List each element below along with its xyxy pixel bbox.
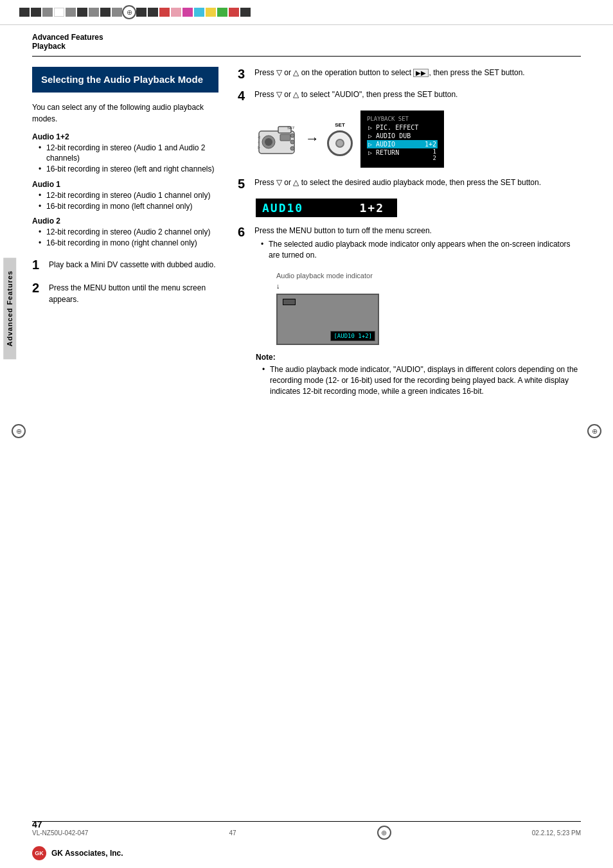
section-title: Selecting the Audio Playback Mode bbox=[41, 74, 203, 85]
diagram-area: ◁ ○ ▷ SET → SET PLAYBACK SET ▷ bbox=[256, 111, 581, 168]
gk-name: GK Associates, Inc. bbox=[51, 849, 123, 858]
page-ref: 47 bbox=[229, 829, 236, 837]
menu-screen: PLAYBACK SET ▷ PIC. EFFECT ▷ AUDIO DUB ▷… bbox=[360, 111, 444, 168]
rec-icon: ▶▶ bbox=[413, 69, 429, 77]
menu-row-label: ▷ PIC. EFFECT bbox=[368, 124, 418, 131]
step-3-content: Press ▽ or △ on the operation button to … bbox=[254, 67, 581, 78]
note-section: Note: The audio playback mode indicator,… bbox=[256, 353, 581, 396]
audio-mode-title-1: Audio 1 bbox=[32, 180, 218, 189]
cb2 bbox=[31, 8, 41, 17]
bullet-item: 16-bit recording in mono (right channel … bbox=[39, 238, 218, 249]
set-button bbox=[327, 130, 353, 156]
step-3: 3 Press ▽ or △ on the operation button t… bbox=[238, 67, 581, 81]
step-2-num: 2 bbox=[32, 281, 44, 295]
file-ref: VL-NZ50U-042-047 bbox=[32, 829, 88, 837]
bottom-section: VL-NZ50U-042-047 47 ⊕ 02.2.12, 5:23 PM G… bbox=[0, 821, 613, 868]
svg-point-2 bbox=[265, 138, 272, 146]
bottom-reg-mark: ⊕ bbox=[377, 826, 391, 840]
menu-row-label: ▷ AUDIO bbox=[368, 141, 395, 148]
breadcrumb: Advanced Features Playback bbox=[0, 25, 613, 53]
svg-point-7 bbox=[290, 146, 294, 150]
set-button-area: SET bbox=[327, 122, 353, 156]
svg-rect-4 bbox=[280, 134, 290, 141]
cbr7 bbox=[206, 8, 216, 17]
audio-mode-1plus2: Audio 1+2 12-bit recording in stereo (Au… bbox=[32, 132, 218, 175]
cbr1 bbox=[136, 8, 147, 17]
step-5-num: 5 bbox=[238, 177, 249, 191]
bullet-item: 16-bit recording in stereo (left and rig… bbox=[39, 164, 218, 175]
top-bar: ⊕ bbox=[0, 0, 613, 25]
svg-point-5 bbox=[290, 134, 294, 137]
audio-mode-title-2: Audio 2 bbox=[32, 217, 218, 226]
cb8 bbox=[100, 8, 111, 17]
side-label-wrapper: Advanced Features bbox=[0, 257, 19, 360]
cb7 bbox=[89, 8, 99, 17]
step-6-num: 6 bbox=[238, 225, 249, 239]
audio-mode-2: Audio 2 12-bit recording in stereo (Audi… bbox=[32, 217, 218, 249]
step-1-num: 1 bbox=[32, 258, 44, 272]
audio-display-label: AUD10 bbox=[262, 201, 303, 215]
menu-row-label: ▷ RETURN bbox=[368, 149, 399, 162]
audio-mode-bullets-2: 12-bit recording in stereo (Audio 2 chan… bbox=[32, 227, 218, 249]
right-column: 3 Press ▽ or △ on the operation button t… bbox=[238, 67, 581, 401]
return-vals: 12 bbox=[433, 149, 436, 162]
step-4-num: 4 bbox=[238, 89, 249, 103]
bottom-info: VL-NZ50U-042-047 47 ⊕ 02.2.12, 5:23 PM bbox=[0, 822, 613, 844]
menu-row-dub: ▷ AUDIO DUB bbox=[367, 132, 438, 140]
cbr5 bbox=[182, 8, 193, 17]
cbr2 bbox=[148, 8, 158, 17]
audio-display-bar: AUD10 1+2 bbox=[256, 199, 397, 217]
audio-mode-indicator-label: Audio playback mode indicator bbox=[276, 272, 581, 279]
set-label: SET bbox=[335, 122, 345, 128]
cb1 bbox=[19, 8, 30, 17]
bullet-item: 12-bit recording in stereo (Audio 1 and … bbox=[39, 143, 218, 164]
cb6 bbox=[77, 8, 87, 17]
step-6-bullet: The selected audio playback mode indicat… bbox=[261, 239, 581, 261]
step-1-text: Play back a Mini DV cassette with dubbed… bbox=[49, 258, 215, 270]
page-wrapper: ⊕ Advanced Features Playback Selecting t… bbox=[0, 0, 613, 868]
menu-row-return: ▷ RETURN 12 bbox=[367, 148, 438, 163]
cb9 bbox=[112, 8, 122, 17]
gk-circle: GK bbox=[32, 846, 46, 860]
step-2-text: Press the MENU button until the menu scr… bbox=[49, 281, 218, 305]
date-ref: 02.2.12, 5:23 PM bbox=[532, 829, 581, 837]
right-reg-mark: ⊕ bbox=[587, 424, 601, 438]
step-2: 2 Press the MENU button until the menu s… bbox=[32, 281, 218, 305]
step-3-num: 3 bbox=[238, 67, 249, 81]
section-divider bbox=[32, 56, 581, 57]
cbr6 bbox=[194, 8, 204, 17]
main-content: Selecting the Audio Playback Mode You ca… bbox=[0, 67, 613, 401]
note-title: Note: bbox=[256, 353, 581, 362]
left-reg-mark: ⊕ bbox=[12, 424, 26, 438]
step-6-text: Press the MENU button to turn off the me… bbox=[254, 226, 432, 235]
menu-screen-title: PLAYBACK SET bbox=[367, 116, 438, 122]
intro-text: You can select any of the following audi… bbox=[32, 102, 218, 125]
audio-display-value: 1+2 bbox=[359, 201, 384, 215]
note-bullets: The audio playback mode indicator, "AUDI… bbox=[256, 364, 581, 396]
bullet-item: 12-bit recording in stereo (Audio 1 chan… bbox=[39, 190, 218, 201]
svg-text:◁: ◁ bbox=[258, 135, 260, 139]
arrow-right: → bbox=[305, 130, 319, 147]
bullet-item: 12-bit recording in stereo (Audio 2 chan… bbox=[39, 227, 218, 238]
step-6: 6 Press the MENU button to turn off the … bbox=[238, 225, 581, 265]
step-4: 4 Press ▽ or △ to select "AUDIO", then p… bbox=[238, 89, 581, 103]
cbr10 bbox=[240, 8, 251, 17]
cbr3 bbox=[159, 8, 170, 17]
audio-mode-bullets-1plus2: 12-bit recording in stereo (Audio 1 and … bbox=[32, 143, 218, 175]
set-inner bbox=[335, 139, 344, 148]
svg-point-6 bbox=[290, 140, 294, 144]
svg-text:SET: SET bbox=[287, 126, 295, 130]
breadcrumb-sub: Playback bbox=[32, 42, 581, 51]
indicator-arrow: ↓ bbox=[276, 282, 581, 290]
step-4-content: Press ▽ or △ to select "AUDIO", then pre… bbox=[254, 89, 581, 100]
color-bar-right bbox=[136, 8, 251, 17]
step-6-content: Press the MENU button to turn off the me… bbox=[254, 225, 581, 265]
step-5-content: Press ▽ or △ to select the desired audio… bbox=[254, 177, 581, 188]
breadcrumb-main: Advanced Features bbox=[32, 33, 581, 42]
section-heading: Selecting the Audio Playback Mode bbox=[32, 67, 218, 93]
audio-display-spacer: 1+2 bbox=[303, 201, 391, 215]
cbr9 bbox=[229, 8, 239, 17]
cb4 bbox=[54, 8, 64, 17]
menu-row-value: 1+2 bbox=[425, 141, 436, 148]
battery-icon bbox=[283, 299, 296, 305]
